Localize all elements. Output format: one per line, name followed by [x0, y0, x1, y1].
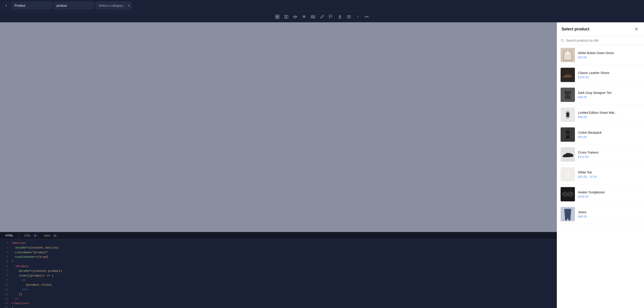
product-info: Aviator Sunglasses $100.00 [578, 190, 640, 198]
code-line-12: 12 )} [0, 292, 557, 297]
product-thumbnail [560, 127, 575, 142]
product-thumbnail [560, 187, 575, 201]
product-thumbnail [560, 207, 575, 221]
heading-toolbar-btn[interactable]: H [300, 13, 308, 21]
h-icon: H [303, 15, 306, 19]
product-thumbnail [560, 167, 575, 182]
product-name: Classic Leather Shoes [578, 71, 640, 75]
product-price: $34.00 [578, 135, 640, 139]
code-line-7: 7 dataRef={content.product} [0, 269, 557, 274]
product-item[interactable]: White Button Down Dress $24.00 [557, 45, 644, 65]
product-thumbnail [560, 107, 575, 122]
code-line-2: 2 dataRef={content.section} [0, 246, 557, 250]
product-thumbnail: GRAVIS [560, 88, 575, 102]
expand-toolbar-btn[interactable] [363, 13, 371, 21]
product-price: $112.00 [578, 155, 640, 158]
product-name-input[interactable] [12, 2, 52, 9]
svg-rect-8 [330, 15, 332, 17]
columns-toolbar-btn[interactable] [282, 13, 290, 21]
product-info: White Button Down Dress $24.00 [578, 51, 640, 59]
close-panel-button[interactable] [633, 26, 640, 32]
code-content: 1 <Section 2 dataRef={content.section} 3… [0, 239, 557, 308]
code-line-3: 3 className="product" [0, 250, 557, 255]
product-name: Cross-Trainers [578, 151, 640, 154]
move-toolbar-btn[interactable] [291, 13, 299, 21]
product-price: $40.00 [578, 215, 640, 218]
product-item[interactable]: Limited Edition Smart Wat... $39.00 [557, 105, 644, 125]
main-area: HTML CSS 1 Java 1 1 <Section 2 d [0, 22, 644, 308]
tab-css[interactable]: CSS 1 [19, 232, 38, 239]
text-small-toolbar-btn[interactable]: T [354, 13, 362, 21]
product-field-input[interactable] [54, 2, 94, 9]
text-small-icon: T [357, 15, 359, 18]
svg-rect-2 [276, 17, 277, 18]
product-info: Dark Gray Designer Tee $48.00 [578, 91, 640, 99]
product-name: Aviator Sunglasses [578, 190, 640, 194]
svg-rect-1 [278, 15, 279, 16]
product-info: Cross-Trainers $112.00 [578, 151, 640, 158]
product-name: Jeans [578, 210, 640, 214]
product-name: White Button Down Dress [578, 51, 640, 55]
product-item[interactable]: White Tee $25.00 - 32.00 [557, 165, 644, 184]
svg-point-24 [564, 193, 567, 196]
svg-rect-15 [567, 51, 569, 54]
product-info: Jeans $40.00 [578, 210, 640, 218]
anchor-toolbar-btn[interactable] [336, 13, 344, 21]
code-line-6: 6 <Product [0, 264, 557, 269]
search-icon [560, 39, 564, 42]
product-thumbnail [560, 68, 575, 82]
svg-rect-6 [311, 15, 315, 18]
product-item[interactable]: Classic Leather Shoes $165.00 [557, 65, 644, 85]
category-select[interactable]: Select a category... Clothing Shoes Acce… [96, 2, 132, 9]
search-bar [557, 36, 644, 45]
category-select-wrapper: Select a category... Clothing Shoes Acce… [96, 2, 132, 9]
product-item[interactable]: GRAVIS Dark Gray Designer Tee $48.00 [557, 85, 644, 105]
svg-point-25 [569, 193, 572, 196]
paint-toolbar-btn[interactable] [318, 13, 326, 21]
css-badge: 1 [34, 234, 37, 237]
tab-javascript[interactable]: Java 1 [38, 232, 58, 239]
text-large-toolbar-btn[interactable] [345, 13, 353, 21]
image-toolbar-btn[interactable] [309, 13, 317, 21]
code-line-9: 9 <> [0, 278, 557, 283]
svg-rect-5 [286, 15, 288, 18]
svg-rect-3 [278, 17, 279, 18]
product-item[interactable]: Jeans $40.00 [557, 204, 644, 224]
product-info: White Tee $25.00 - 32.00 [578, 171, 640, 178]
product-info: Limited Edition Smart Wat... $39.00 [578, 111, 640, 119]
search-input[interactable] [566, 39, 640, 42]
code-area: HTML CSS 1 Java 1 1 <Section 2 d [0, 232, 557, 308]
top-bar: Select a category... Clothing Shoes Acce… [0, 0, 644, 11]
code-line-15: 15 | [0, 306, 557, 308]
svg-rect-4 [284, 15, 286, 18]
product-item[interactable]: Cotton Backpack $34.00 [557, 125, 644, 145]
code-tabs: HTML CSS 1 Java 1 [0, 232, 557, 239]
product-info: Classic Leather Shoes $165.00 [578, 71, 640, 79]
code-line-11: 11 </> [0, 288, 557, 292]
code-line-13: 13 /> [0, 297, 557, 302]
svg-rect-11 [347, 15, 350, 18]
section-toolbar-btn[interactable] [273, 13, 281, 21]
product-name: White Tee [578, 171, 640, 174]
product-name: Dark Gray Designer Tee [578, 91, 640, 94]
svg-rect-0 [276, 15, 277, 16]
product-list: White Button Down Dress $24.00 Classic L… [557, 45, 644, 308]
product-item[interactable]: Cross-Trainers $112.00 [557, 145, 644, 165]
product-price: $25.00 - 32.00 [578, 175, 640, 178]
flag-toolbar-btn[interactable] [327, 13, 335, 21]
code-line-4: 4 enableHeader={true} [0, 255, 557, 260]
tab-html[interactable]: HTML [0, 232, 19, 239]
svg-rect-20 [567, 117, 569, 119]
js-badge: 1 [53, 234, 57, 237]
product-info: Cotton Backpack $34.00 [578, 131, 640, 139]
back-button[interactable] [3, 2, 10, 9]
svg-rect-19 [567, 111, 569, 112]
preview-area [0, 22, 557, 232]
code-line-5: 5 > [0, 260, 557, 264]
svg-rect-18 [566, 112, 569, 117]
code-line-1: 1 <Section [0, 241, 557, 246]
product-price: $165.00 [578, 75, 640, 79]
product-name: Cotton Backpack [578, 131, 640, 134]
svg-rect-21 [567, 134, 569, 135]
product-item[interactable]: Aviator Sunglasses $100.00 [557, 184, 644, 204]
